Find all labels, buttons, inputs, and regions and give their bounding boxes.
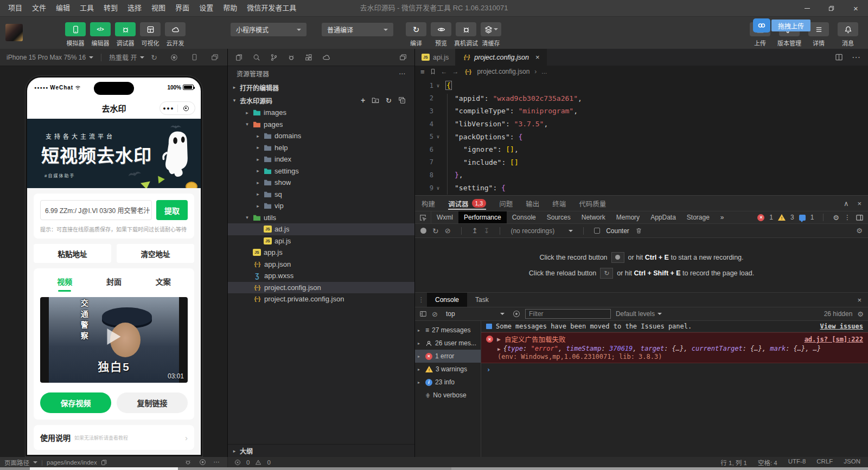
toolbar-button[interactable]: 清缓存 (478, 22, 503, 47)
menu-item[interactable]: 转到 (99, 0, 123, 16)
expand-arrow-icon[interactable]: ▶ (497, 346, 503, 352)
bookmark-icon[interactable] (430, 68, 436, 75)
phone-frame-icon[interactable] (191, 54, 198, 61)
tree-item[interactable]: JSapi.js (228, 235, 414, 247)
console-prompt[interactable]: › (481, 363, 868, 376)
fold-icon[interactable]: ∨ (433, 83, 443, 88)
devtools-tab[interactable]: Storage (681, 211, 715, 223)
counter-checkbox[interactable] (594, 228, 600, 234)
extract-button[interactable]: 提取 (156, 200, 188, 220)
code-editor[interactable]: 1∨{2"appid": "wxad9cb302c735a261",3"comp… (415, 78, 868, 195)
close-minipro-button[interactable] (178, 106, 195, 111)
usage-card[interactable]: 使用说明 如果无法解析请查看教程 › (34, 425, 194, 450)
tree-item[interactable]: ▸index (228, 153, 414, 165)
tree-item[interactable]: ▾pages (228, 119, 414, 131)
tree-item[interactable]: ▸show (228, 177, 414, 189)
menu-item[interactable]: 选择 (123, 0, 146, 16)
device-selector[interactable]: iPhone 15 Pro Max 75% 16 (7, 54, 86, 61)
panel-tab[interactable]: 调试器1,3 (448, 196, 486, 211)
menu-item[interactable]: 编辑 (51, 0, 75, 16)
drag-handle-icon[interactable]: ⋮ (415, 293, 427, 307)
tree-item[interactable]: ▸settings (228, 165, 414, 177)
tree-item[interactable]: ▸images (228, 107, 414, 119)
indent-setting[interactable]: 空格: 4 (758, 458, 777, 467)
multi-window-icon[interactable] (211, 54, 219, 61)
panel-tab[interactable]: 问题 (499, 196, 513, 211)
editor-tab[interactable]: {··}project.config.json× (456, 49, 546, 66)
toolbar-button[interactable]: 模拟器 (63, 22, 88, 47)
close-tab-icon[interactable]: × (535, 53, 540, 61)
record-button[interactable] (420, 228, 426, 234)
outline-section[interactable]: ▸ 大纲 (228, 444, 414, 457)
tree-item[interactable]: ▾utils (228, 212, 414, 224)
recordings-dropdown[interactable]: (no recordings) (510, 227, 573, 235)
compile-mode-dropdown[interactable]: 小程序模式 (231, 23, 307, 36)
copy-icon[interactable] (101, 459, 107, 466)
open-editors-section[interactable]: ▸ 打开的编辑器 (228, 81, 414, 94)
split-panel-icon[interactable] (399, 54, 407, 61)
clear-console-icon[interactable]: ⊘ (432, 311, 438, 318)
tree-item[interactable]: JSad.js (228, 223, 414, 235)
expand-arrow-icon[interactable]: ▶ (497, 337, 501, 342)
record-icon[interactable] (170, 54, 178, 61)
toolbar-button[interactable]: 云开发 (163, 22, 188, 47)
tree-item[interactable]: ▸help (228, 142, 414, 154)
play-icon[interactable] (107, 329, 121, 345)
toolbar-button[interactable]: 调试器 (113, 22, 138, 47)
console-tab[interactable]: Console (427, 293, 467, 307)
import-icon[interactable]: ↥ (472, 227, 478, 234)
trash-icon[interactable] (635, 227, 642, 234)
result-tab-item[interactable]: 封面 (90, 276, 139, 292)
kebab-menu-icon[interactable]: ⋮ (844, 214, 851, 221)
devtools-tab[interactable]: AppData (645, 211, 681, 223)
extensions-icon[interactable] (305, 54, 312, 61)
menu-item[interactable]: 帮助 (218, 0, 242, 16)
language-mode[interactable]: JSON (844, 458, 860, 467)
more-icon[interactable]: ⋯ (852, 53, 860, 62)
error-object-preview[interactable]: ▶ {type: "error", timeStamp: 370619, tar… (486, 345, 863, 352)
menu-item[interactable]: 设置 (194, 0, 218, 16)
encoding[interactable]: UTF-8 (788, 458, 806, 467)
levels-dropdown[interactable]: Default levels (616, 310, 662, 318)
debug-icon[interactable] (288, 54, 295, 61)
tree-item[interactable]: {··}project.config.json (228, 282, 414, 294)
error-source-link[interactable]: ad.js? [sm]:222 (805, 336, 863, 343)
rotate-icon[interactable]: ↻ (151, 54, 157, 61)
menu-item[interactable]: 视图 (146, 0, 170, 16)
console-tab[interactable]: Task (467, 293, 497, 307)
panel-tab[interactable]: 构建 (422, 196, 435, 211)
devtools-tab[interactable]: Network (576, 211, 611, 223)
result-tab-active[interactable]: 视频 (40, 276, 90, 292)
tree-item[interactable]: ▸vip (228, 200, 414, 212)
video-url-input[interactable]: 6.99 ZZm:/ J@I.Vl 03/30 用交警老汁 (40, 200, 152, 220)
clear-icon[interactable]: ⊘ (445, 227, 451, 234)
files-icon[interactable] (235, 54, 243, 61)
refresh-icon[interactable]: ↻ (386, 97, 392, 104)
more-icon[interactable]: ⋯ (214, 459, 220, 466)
gear-icon[interactable]: ⚙ (856, 227, 863, 234)
fold-icon[interactable]: ∨ (433, 134, 443, 139)
tree-item[interactable]: ▸domains (228, 130, 414, 142)
breadcrumb-file[interactable]: project.config.json (477, 68, 530, 75)
cursor-position[interactable]: 行 1, 列 1 (720, 458, 747, 467)
fold-icon[interactable]: ∨ (433, 185, 443, 191)
tree-item[interactable]: {··}project.private.config.json (228, 293, 414, 305)
menu-item[interactable]: 界面 (170, 0, 194, 16)
eye-icon[interactable] (513, 310, 520, 318)
more-icon[interactable]: ⋯ (399, 70, 406, 78)
clear-address-button[interactable]: 清空地址 (117, 244, 194, 263)
devtools-tab[interactable]: Memory (611, 211, 645, 223)
gear-icon[interactable]: ⚙ (857, 311, 864, 318)
toolbar-button[interactable]: ↻编译 (404, 22, 429, 47)
hot-reload-toggle[interactable]: 热重载 开 (109, 53, 137, 62)
avatar[interactable] (5, 24, 23, 41)
record-button-small[interactable] (611, 252, 624, 263)
menu-item[interactable]: 微信开发者工具 (242, 0, 301, 16)
git-branch-icon[interactable] (270, 54, 278, 61)
collapse-all-icon[interactable] (398, 96, 406, 104)
new-file-icon[interactable]: + (361, 96, 365, 104)
devtools-tab[interactable]: Wxml (431, 211, 458, 223)
video-preview[interactable]: 交通警察 独白5 03:01 (40, 297, 188, 383)
page-path-label[interactable]: 页面路径 (4, 458, 29, 467)
split-editor-icon[interactable] (835, 53, 843, 61)
